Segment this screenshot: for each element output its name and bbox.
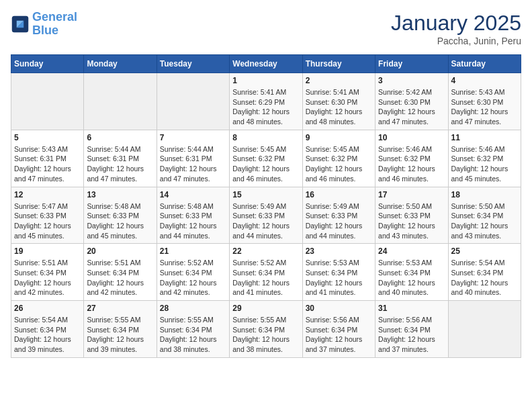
day-number: 26 — [14, 304, 81, 313]
day-info: Sunrise: 5:51 AM Sunset: 6:34 PM Dayligh… — [87, 258, 153, 298]
day-number: 6 — [87, 133, 153, 142]
calendar-cell: 30Sunrise: 5:56 AM Sunset: 6:34 PM Dayli… — [302, 301, 375, 358]
calendar-cell: 1Sunrise: 5:41 AM Sunset: 6:29 PM Daylig… — [230, 73, 302, 130]
calendar-cell: 10Sunrise: 5:46 AM Sunset: 6:32 PM Dayli… — [375, 130, 448, 187]
day-number: 5 — [14, 133, 81, 142]
day-header-wednesday: Wednesday — [230, 55, 302, 73]
day-info: Sunrise: 5:41 AM Sunset: 6:29 PM Dayligh… — [232, 87, 299, 127]
month-title: January 2025 — [391, 11, 521, 36]
day-info: Sunrise: 5:50 AM Sunset: 6:33 PM Dayligh… — [378, 201, 445, 241]
day-number: 20 — [87, 246, 153, 256]
day-number: 8 — [232, 133, 299, 142]
logo: General Blue — [11, 11, 77, 38]
day-info: Sunrise: 5:46 AM Sunset: 6:32 PM Dayligh… — [378, 144, 445, 184]
calendar-cell: 31Sunrise: 5:56 AM Sunset: 6:34 PM Dayli… — [375, 301, 448, 358]
day-info: Sunrise: 5:54 AM Sunset: 6:34 PM Dayligh… — [14, 315, 81, 355]
calendar-cell: 28Sunrise: 5:55 AM Sunset: 6:34 PM Dayli… — [157, 301, 229, 358]
week-row-4: 26Sunrise: 5:54 AM Sunset: 6:34 PM Dayli… — [11, 301, 521, 358]
day-number: 18 — [451, 190, 518, 199]
day-header-thursday: Thursday — [302, 55, 375, 73]
day-info: Sunrise: 5:53 AM Sunset: 6:34 PM Dayligh… — [378, 258, 445, 298]
days-header-row: SundayMondayTuesdayWednesdayThursdayFrid… — [11, 55, 521, 73]
day-header-tuesday: Tuesday — [157, 55, 229, 73]
day-number: 17 — [378, 190, 445, 199]
day-info: Sunrise: 5:49 AM Sunset: 6:33 PM Dayligh… — [306, 201, 372, 241]
day-number: 12 — [14, 190, 81, 199]
calendar-cell — [157, 73, 229, 130]
day-info: Sunrise: 5:49 AM Sunset: 6:33 PM Dayligh… — [232, 201, 299, 241]
logo-icon — [11, 15, 30, 34]
day-header-saturday: Saturday — [448, 55, 521, 73]
calendar-cell: 7Sunrise: 5:44 AM Sunset: 6:31 PM Daylig… — [157, 130, 229, 187]
day-info: Sunrise: 5:54 AM Sunset: 6:34 PM Dayligh… — [451, 258, 518, 298]
calendar-cell: 26Sunrise: 5:54 AM Sunset: 6:34 PM Dayli… — [11, 301, 84, 358]
day-number: 3 — [378, 76, 445, 85]
day-header-sunday: Sunday — [11, 55, 84, 73]
day-info: Sunrise: 5:48 AM Sunset: 6:33 PM Dayligh… — [87, 201, 153, 241]
calendar-cell — [84, 73, 157, 130]
day-info: Sunrise: 5:44 AM Sunset: 6:31 PM Dayligh… — [160, 144, 226, 184]
calendar-cell: 16Sunrise: 5:49 AM Sunset: 6:33 PM Dayli… — [302, 187, 375, 244]
location-subtitle: Paccha, Junin, Peru — [391, 36, 521, 46]
calendar-cell: 12Sunrise: 5:47 AM Sunset: 6:33 PM Dayli… — [11, 187, 84, 244]
calendar-cell — [448, 301, 521, 358]
week-row-0: 1Sunrise: 5:41 AM Sunset: 6:29 PM Daylig… — [11, 73, 521, 130]
day-info: Sunrise: 5:51 AM Sunset: 6:34 PM Dayligh… — [14, 258, 81, 298]
day-info: Sunrise: 5:52 AM Sunset: 6:34 PM Dayligh… — [160, 258, 226, 298]
day-info: Sunrise: 5:56 AM Sunset: 6:34 PM Dayligh… — [378, 315, 445, 355]
calendar-cell: 23Sunrise: 5:53 AM Sunset: 6:34 PM Dayli… — [302, 244, 375, 301]
day-info: Sunrise: 5:47 AM Sunset: 6:33 PM Dayligh… — [14, 201, 81, 241]
calendar-cell: 4Sunrise: 5:43 AM Sunset: 6:30 PM Daylig… — [448, 73, 521, 130]
day-number: 27 — [87, 304, 153, 313]
day-info: Sunrise: 5:52 AM Sunset: 6:34 PM Dayligh… — [232, 258, 299, 298]
calendar-cell: 13Sunrise: 5:48 AM Sunset: 6:33 PM Dayli… — [84, 187, 157, 244]
calendar-cell: 24Sunrise: 5:53 AM Sunset: 6:34 PM Dayli… — [375, 244, 448, 301]
day-number: 16 — [306, 190, 372, 199]
title-block: January 2025 Paccha, Junin, Peru — [391, 11, 521, 46]
day-number: 2 — [306, 76, 372, 85]
calendar-table: SundayMondayTuesdayWednesdayThursdayFrid… — [11, 54, 521, 358]
day-number: 19 — [14, 246, 81, 256]
calendar-cell: 6Sunrise: 5:44 AM Sunset: 6:31 PM Daylig… — [84, 130, 157, 187]
day-header-friday: Friday — [375, 55, 448, 73]
day-number: 30 — [306, 304, 372, 313]
calendar-cell: 27Sunrise: 5:55 AM Sunset: 6:34 PM Dayli… — [84, 301, 157, 358]
calendar-cell: 15Sunrise: 5:49 AM Sunset: 6:33 PM Dayli… — [230, 187, 302, 244]
day-info: Sunrise: 5:44 AM Sunset: 6:31 PM Dayligh… — [87, 144, 153, 184]
calendar-cell: 2Sunrise: 5:41 AM Sunset: 6:30 PM Daylig… — [302, 73, 375, 130]
day-number: 14 — [160, 190, 226, 199]
page-header: General Blue January 2025 Paccha, Junin,… — [11, 11, 521, 46]
day-number: 25 — [451, 246, 518, 256]
day-number: 24 — [378, 246, 445, 256]
calendar-cell: 17Sunrise: 5:50 AM Sunset: 6:33 PM Dayli… — [375, 187, 448, 244]
day-info: Sunrise: 5:55 AM Sunset: 6:34 PM Dayligh… — [160, 315, 226, 355]
calendar-cell: 14Sunrise: 5:48 AM Sunset: 6:33 PM Dayli… — [157, 187, 229, 244]
day-number: 9 — [306, 133, 372, 142]
day-number: 23 — [306, 246, 372, 256]
week-row-3: 19Sunrise: 5:51 AM Sunset: 6:34 PM Dayli… — [11, 244, 521, 301]
week-row-2: 12Sunrise: 5:47 AM Sunset: 6:33 PM Dayli… — [11, 187, 521, 244]
day-info: Sunrise: 5:50 AM Sunset: 6:34 PM Dayligh… — [451, 201, 518, 241]
day-number: 28 — [160, 304, 226, 313]
calendar-cell: 25Sunrise: 5:54 AM Sunset: 6:34 PM Dayli… — [448, 244, 521, 301]
day-number: 4 — [451, 76, 518, 85]
day-info: Sunrise: 5:56 AM Sunset: 6:34 PM Dayligh… — [306, 315, 372, 355]
calendar-cell: 5Sunrise: 5:43 AM Sunset: 6:31 PM Daylig… — [11, 130, 84, 187]
day-info: Sunrise: 5:45 AM Sunset: 6:32 PM Dayligh… — [306, 144, 372, 184]
day-number: 22 — [232, 246, 299, 256]
calendar-cell: 19Sunrise: 5:51 AM Sunset: 6:34 PM Dayli… — [11, 244, 84, 301]
day-info: Sunrise: 5:55 AM Sunset: 6:34 PM Dayligh… — [232, 315, 299, 355]
day-number: 21 — [160, 246, 226, 256]
day-info: Sunrise: 5:43 AM Sunset: 6:30 PM Dayligh… — [451, 87, 518, 127]
calendar-cell — [11, 73, 84, 130]
logo-text: General Blue — [32, 11, 77, 38]
day-number: 10 — [378, 133, 445, 142]
day-info: Sunrise: 5:41 AM Sunset: 6:30 PM Dayligh… — [306, 87, 372, 127]
day-number: 1 — [232, 76, 299, 85]
calendar-cell: 9Sunrise: 5:45 AM Sunset: 6:32 PM Daylig… — [302, 130, 375, 187]
day-info: Sunrise: 5:46 AM Sunset: 6:32 PM Dayligh… — [451, 144, 518, 184]
day-info: Sunrise: 5:53 AM Sunset: 6:34 PM Dayligh… — [306, 258, 372, 298]
calendar-cell: 21Sunrise: 5:52 AM Sunset: 6:34 PM Dayli… — [157, 244, 229, 301]
day-info: Sunrise: 5:48 AM Sunset: 6:33 PM Dayligh… — [160, 201, 226, 241]
week-row-1: 5Sunrise: 5:43 AM Sunset: 6:31 PM Daylig… — [11, 130, 521, 187]
